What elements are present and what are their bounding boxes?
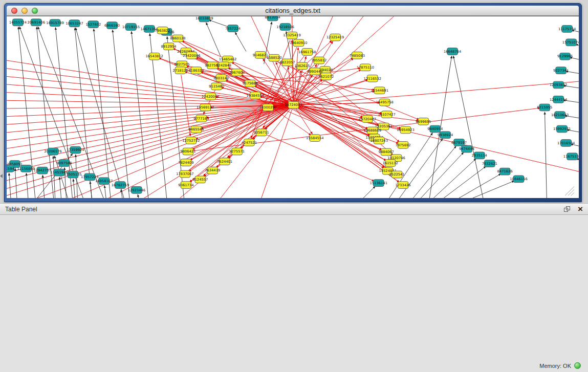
network-node-label: 15992971: [553, 127, 571, 131]
network-node-label: 20206576: [44, 149, 61, 154]
network-node-label: 11156869: [17, 167, 35, 171]
network-edge: [297, 81, 579, 104]
table-panel-title: Table Panel: [5, 206, 37, 213]
network-node-label: 11675338: [563, 155, 579, 159]
network-node-label: 10688609: [364, 128, 381, 133]
network-node-label: 16543812: [145, 55, 163, 59]
network-edge: [113, 30, 129, 198]
network-node-label: 1527602: [85, 23, 101, 27]
network-canvas[interactable]: 1872400714055724206914061691578910653247…: [7, 16, 579, 198]
network-node-label: 9227341: [553, 69, 569, 73]
network-edge: [73, 179, 75, 198]
minimize-window-button[interactable]: [21, 8, 28, 14]
network-node-label: 18300295: [259, 105, 277, 110]
zoom-window-button[interactable]: [32, 8, 38, 14]
network-node-label: 14569117: [197, 105, 214, 110]
network-node-label: 10719155: [122, 25, 140, 29]
network-node-label: 17016504: [557, 141, 575, 145]
network-node-label: 18640910: [290, 41, 307, 45]
network-node-label: 16961758: [298, 50, 316, 54]
network-node-label: 7857224: [225, 27, 241, 31]
network-node-label: 14055724: [9, 20, 27, 25]
network-edge: [545, 112, 547, 198]
network-node-label: 3915941: [7, 167, 16, 171]
network-node-label: 9175685: [243, 81, 258, 85]
network-node-label: 9115460: [209, 84, 224, 89]
network-view-window[interactable]: citations_edges.txt 18724007140557242069…: [4, 3, 582, 202]
network-edge: [7, 100, 290, 105]
network-edge: [181, 75, 190, 136]
network-svg[interactable]: 1872400714055724206914061691578910653247…: [7, 16, 579, 198]
network-node-label: 9840954: [427, 127, 443, 131]
network-node-label: 16782759: [112, 183, 129, 187]
network-edge: [7, 106, 290, 188]
network-node-label: 17837067: [176, 172, 193, 176]
network-node-label: 12942757: [33, 169, 51, 173]
network-node-label: 9777169: [193, 117, 209, 121]
float-panel-icon[interactable]: [564, 206, 571, 212]
table-panel: Table Panel × ✔ ✔ f(x) citations_edges.t…: [0, 203, 588, 372]
network-window-titlebar[interactable]: citations_edges.txt: [7, 6, 579, 16]
close-window-button[interactable]: [11, 8, 17, 14]
network-node-label: 2718126: [172, 69, 188, 73]
network-node-label: 8471626: [497, 169, 513, 173]
network-edge: [76, 28, 124, 198]
network-edge: [235, 32, 246, 51]
network-node-label: 2967608: [229, 71, 245, 75]
network-node-label: 7963822: [155, 29, 170, 33]
network-node-label: 8215955: [537, 105, 552, 110]
network-node-label: 11544691: [371, 89, 388, 93]
network-edge: [363, 186, 376, 198]
network-edge: [42, 175, 44, 198]
network-node-label: 7624401: [217, 160, 232, 164]
network-node-label: 9146821: [253, 53, 268, 57]
network-node-label: 15584554: [306, 136, 323, 140]
network-node-label: 16107427: [378, 113, 395, 117]
resize-grip-icon[interactable]: [571, 192, 574, 195]
network-node-label: 7485083: [350, 54, 365, 58]
network-node-label: 19384554: [247, 94, 264, 98]
network-edge: [9, 173, 11, 198]
network-node-label: 8860128: [170, 36, 185, 40]
network-node-label: 9124557: [192, 178, 208, 182]
memory-status-indicator[interactable]: [574, 362, 581, 369]
network-node-label: 6966160: [104, 24, 120, 28]
network-node-label: 15495758: [376, 101, 393, 105]
network-node-label: 9938924: [438, 133, 453, 137]
network-node-label: 12752712: [182, 139, 200, 143]
network-node-label: 9474444: [459, 147, 474, 151]
network-node-label: 12923446: [128, 188, 145, 192]
network-node-label: 20691406: [28, 20, 45, 25]
network-node-label: 12325419: [326, 35, 344, 39]
network-node-label: 9097588: [56, 161, 72, 165]
network-node-label: 16210643: [551, 113, 569, 117]
network-node-label: 12444154: [550, 98, 567, 102]
network-node-label: 9884067: [379, 150, 394, 154]
network-edge: [26, 173, 28, 198]
network-node-label: 16915789: [46, 21, 63, 25]
network-node-label: 15465462: [219, 57, 236, 61]
panel-collapse-arrow-icon[interactable]: [0, 174, 3, 178]
network-edge: [90, 182, 92, 198]
table-panel-titlebar: Table Panel ×: [0, 203, 588, 215]
network-node-label: 19218506: [276, 25, 294, 29]
network-node-label: 23420046: [183, 54, 200, 58]
network-node-label: 6879197: [451, 141, 467, 145]
network-node-label: 10653247: [66, 21, 83, 26]
network-node-label: 12116532: [364, 77, 381, 81]
network-window-title: citations_edges.txt: [265, 7, 320, 14]
network-edge: [209, 20, 229, 27]
network-edge: [421, 152, 464, 198]
close-panel-icon[interactable]: ×: [578, 206, 583, 213]
network-node-label: 8912954: [161, 45, 177, 49]
network-node-label: 10846156: [510, 177, 527, 181]
network-node-label: 1621072: [318, 75, 334, 79]
network-node-label: 18724007: [285, 103, 302, 107]
network-node-label: 17875110: [357, 65, 374, 70]
resize-grip-icon[interactable]: [568, 189, 574, 195]
network-node-label: 7632621: [482, 162, 497, 166]
network-node-label: 7824409: [178, 161, 193, 165]
network-node-label: 13325419: [283, 33, 300, 37]
network-node-label: 9361734: [178, 183, 193, 187]
network-node-label: 7955812: [311, 58, 326, 62]
